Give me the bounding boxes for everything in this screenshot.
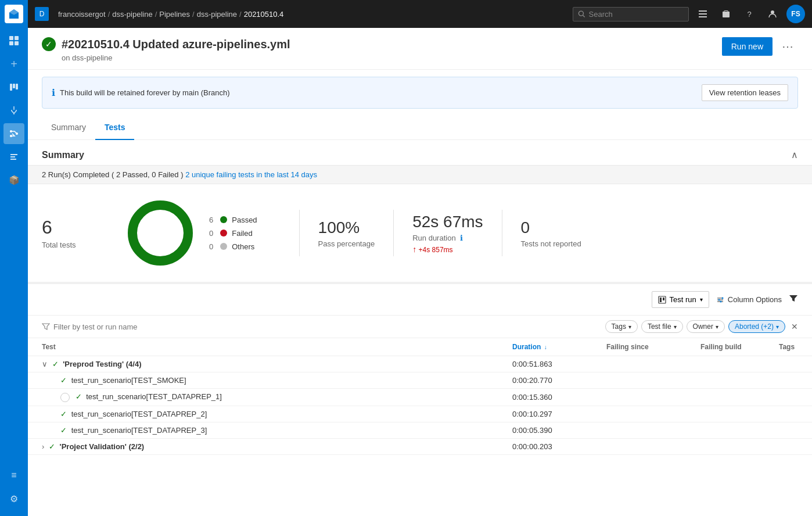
table-row: ✓ test_run_scenario[TEST_DATAPREP_1] 0:0… (28, 389, 812, 406)
breadcrumb-dss-pipeline-1[interactable]: dss-pipeline (112, 10, 152, 19)
row-duration: 0:00:00.203 (498, 438, 592, 454)
more-options-button[interactable]: ⋯ (777, 37, 798, 56)
legend-passed-dot (220, 216, 227, 223)
topbar-bag-icon[interactable] (717, 5, 735, 23)
stats-grid: 6 Total tests 6 Passed (28, 184, 812, 282)
check-icon: ✓ (76, 392, 82, 401)
info-banner: ℹ This build will be retained forever by… (42, 77, 798, 109)
info-icon: ℹ (52, 87, 55, 98)
sidebar-item-add[interactable]: + (3, 53, 24, 74)
column-options-button[interactable]: Column Options (714, 292, 784, 307)
search-box (573, 7, 689, 21)
col-duration[interactable]: Duration ↓ (498, 338, 592, 356)
svg-point-22 (718, 299, 720, 300)
view-retention-button[interactable]: View retention leases (702, 84, 788, 101)
test-name: test_run_scenario[TEST_DATAPREP_2] (71, 410, 207, 418)
pass-pct-label: Pass percentage (318, 239, 375, 248)
breadcrumb-pipelines[interactable]: Pipelines (159, 10, 190, 19)
svg-rect-4 (10, 84, 12, 91)
sidebar-item-artifacts[interactable]: 📦 (3, 170, 24, 191)
filter-row: Tags ▾ Test file ▾ Owner ▾ Aborted (+2) … (28, 316, 812, 338)
test-name: test_run_scenario[TEST_SMOKE] (71, 376, 186, 385)
breadcrumb-dss-pipeline-2[interactable]: dss-pipeline (197, 10, 237, 19)
filter-button[interactable] (789, 294, 798, 306)
failing-tests-link[interactable]: 2 unique failing tests in the last 14 da… (185, 170, 317, 179)
legend-others-label: Others (232, 242, 254, 251)
sidebar-item-repos[interactable] (3, 100, 24, 121)
svg-rect-13 (699, 16, 707, 17)
breadcrumb-sep-0: / (108, 10, 110, 19)
check-icon: ✓ (60, 426, 67, 435)
sidebar-logo[interactable] (5, 5, 23, 23)
topbar-help-icon[interactable]: ? (740, 5, 759, 23)
not-reported-number: 0 (521, 218, 581, 237)
topbar-brand: D (35, 7, 49, 21)
breadcrumb-francoissergot[interactable]: francoissergot (58, 10, 106, 19)
col-failing-build: Failing build (687, 338, 765, 356)
sidebar-item-pipelines[interactable] (3, 123, 24, 144)
search-icon (578, 10, 585, 18)
test-run-button[interactable]: Test run ▾ (652, 291, 709, 308)
sidebar-item-overview[interactable] (3, 30, 24, 51)
svg-point-10 (579, 11, 583, 16)
chip-tags[interactable]: Tags ▾ (605, 320, 638, 333)
row-radio (60, 393, 70, 402)
search-input[interactable] (589, 10, 684, 19)
summary-section-header: Summary ∧ (28, 140, 812, 165)
chip-aborted-label: Aborted (+2) (735, 322, 774, 331)
divider-3 (502, 210, 502, 256)
legend-failed-count: 0 (209, 229, 213, 238)
legend-others: 0 Others (209, 242, 257, 251)
stat-total: 6 Total tests (42, 217, 112, 249)
filter-chips: Tags ▾ Test file ▾ Owner ▾ Aborted (+2) … (605, 320, 798, 333)
filter-input[interactable] (53, 322, 170, 331)
svg-rect-11 (699, 10, 707, 12)
chip-owner-chevron: ▾ (716, 324, 718, 330)
chip-test-file[interactable]: Test file ▾ (641, 320, 683, 333)
pipeline-actions: Run new ⋯ (722, 37, 798, 56)
success-icon: ✓ (42, 37, 56, 51)
legend-others-count: 0 (209, 242, 213, 251)
avatar[interactable]: FS (786, 5, 805, 23)
tab-tests[interactable]: Tests (95, 116, 135, 140)
tab-summary[interactable]: Summary (42, 116, 95, 140)
collapse-button[interactable]: ∧ (791, 149, 798, 160)
svg-rect-2 (9, 41, 13, 45)
sidebar-item-overview2[interactable]: ≡ (3, 465, 24, 486)
sidebar-item-boards[interactable] (3, 77, 24, 98)
test-name: test_run_scenario[TEST_DATAPREP_1] (86, 392, 222, 401)
stat-pass-pct: 100% Pass percentage (318, 218, 375, 248)
pass-pct-number: 100% (318, 218, 375, 237)
run-new-button[interactable]: Run new (722, 37, 773, 56)
topbar-right: ? FS (573, 5, 805, 23)
sort-arrow-icon: ↓ (544, 344, 547, 350)
chip-owner[interactable]: Owner ▾ (687, 320, 725, 333)
svg-rect-1 (15, 36, 19, 40)
svg-rect-20 (663, 298, 664, 300)
col-duration-label: Duration (512, 343, 541, 351)
sidebar-item-testplans[interactable] (3, 146, 24, 167)
column-options-label: Column Options (728, 295, 782, 304)
stat-not-reported: 0 Tests not reported (521, 218, 581, 248)
not-reported-label: Tests not reported (521, 239, 581, 248)
svg-rect-3 (15, 41, 19, 45)
topbar-list-icon[interactable] (694, 5, 712, 23)
expand-icon[interactable]: ∨ (42, 360, 48, 368)
row-test-smoke: ✓ test_run_scenario[TEST_SMOKE] (28, 372, 498, 389)
expand-icon[interactable]: › (42, 442, 44, 451)
divider-1 (299, 210, 300, 256)
chip-aborted[interactable]: Aborted (+2) ▾ (728, 320, 785, 333)
legend-passed: 6 Passed (209, 216, 257, 224)
svg-point-14 (771, 10, 774, 14)
table-row: ✓ test_run_scenario[TEST_DATAPREP_3] 0:0… (28, 422, 812, 438)
sidebar-item-settings[interactable]: ⚙ (3, 488, 24, 509)
legend-failed: 0 Failed (209, 229, 257, 238)
breadcrumb-sep-1: / (155, 10, 157, 19)
row-duration: 0:00:05.390 (498, 422, 592, 438)
svg-point-21 (721, 297, 723, 299)
test-name: test_run_scenario[TEST_DATAPREP_3] (71, 426, 207, 435)
chip-close-button[interactable]: ✕ (789, 322, 798, 331)
total-tests-number: 6 (42, 217, 112, 238)
topbar-user-icon[interactable] (763, 5, 782, 23)
total-tests-label: Total tests (42, 241, 112, 249)
